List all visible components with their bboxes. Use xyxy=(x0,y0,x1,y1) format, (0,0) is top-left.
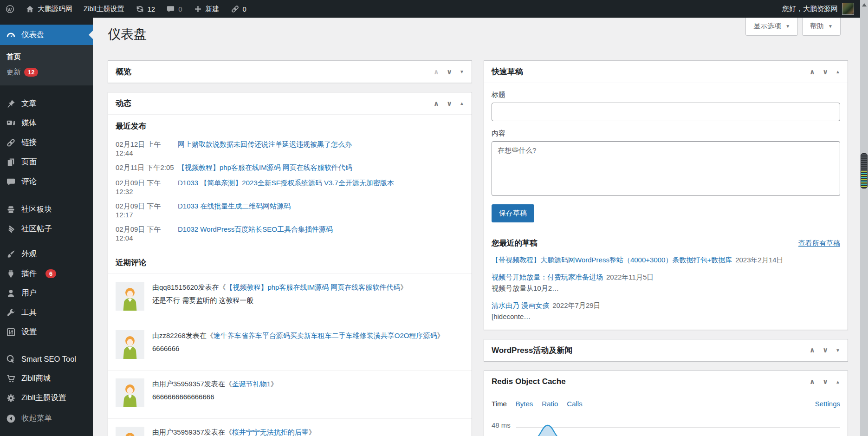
sidebar-subitem-home[interactable]: 首页 xyxy=(0,49,93,65)
post-link[interactable]: 网上赌取款说数据未回传还说注单延迟违规被黑了怎么办 xyxy=(178,140,352,157)
comment-bubble-icon xyxy=(166,5,175,13)
comment-item: 由qq81515620发表在《【视频教程】php客服在线IM源码 网页在线客服软… xyxy=(108,274,472,322)
post-row: 02月09日 下午12:32 D1033 【简单亲测】2023全新SF授权系统源… xyxy=(116,176,464,199)
toggle-panel-button[interactable]: ▼ xyxy=(836,348,840,353)
comment-meta: 由qq81515620发表在《【视频教程】php客服在线IM源码 网页在线客服软… xyxy=(152,282,407,293)
move-up-button[interactable]: ∧ xyxy=(810,68,815,76)
update-count: 12 xyxy=(148,5,155,13)
comments-icon xyxy=(6,177,16,187)
sidebar-item-tools[interactable]: 工具 xyxy=(0,303,93,322)
sidebar-subitem-updates[interactable]: 更新12 xyxy=(0,65,93,80)
comment-meta: 由zz82268发表在《途牛养车省养车平台源码买卖新车租车二手车维修装潢共享O2… xyxy=(152,330,444,341)
sidebar-item-users[interactable]: 用户 xyxy=(0,283,93,303)
broken-links-link[interactable]: 0 xyxy=(225,0,252,18)
comment-post-link[interactable]: 桜井宁宁无法抗拒的后辈 xyxy=(232,428,309,436)
post-row: 02月11日 下午2:05 【视频教程】php客服在线IM源码 网页在线客服软件… xyxy=(116,160,464,176)
dashboard-content: 显示选项 ▼ 帮助 ▼ 仪表盘 概览 ∧ ∨ ▼ xyxy=(93,18,860,436)
sidebar-item-appearance[interactable]: 外观 xyxy=(0,244,93,264)
chain-link-icon xyxy=(6,138,16,148)
post-link[interactable]: 【视频教程】php客服在线IM源码 网页在线客服软件代码 xyxy=(178,163,352,172)
toggle-panel-button[interactable]: ▲ xyxy=(460,101,464,106)
draft-content-textarea[interactable] xyxy=(492,141,840,196)
redis-tab-bytes[interactable]: Bytes xyxy=(516,400,533,408)
comment-count: 0 xyxy=(178,5,182,13)
panel-activity-title: 动态 xyxy=(116,98,131,109)
scrollbar-up-arrow-icon[interactable] xyxy=(862,3,867,7)
toggle-panel-button[interactable]: ▼ xyxy=(460,69,464,74)
sidebar-item-dashboard[interactable]: 仪表盘 xyxy=(0,25,93,45)
sidebar-item-smart-seo-tool[interactable]: Smart SEO Tool xyxy=(0,349,93,369)
move-down-button[interactable]: ∨ xyxy=(447,99,452,108)
sidebar-item-forum-sections[interactable]: 社区板块 xyxy=(0,200,93,219)
panel-redis-object-cache: Redis Object Cache ∧ ∨ ▲ Time Bytes Rati… xyxy=(484,371,848,436)
save-draft-button[interactable]: 保存草稿 xyxy=(492,204,534,222)
sidebar-item-links[interactable]: 链接 xyxy=(0,133,93,152)
move-up-button[interactable]: ∧ xyxy=(434,68,439,76)
sidebar-item-zibll-theme-settings[interactable]: Zibll主题设置 xyxy=(0,388,93,408)
move-up-button[interactable]: ∧ xyxy=(810,377,815,386)
wrench-icon xyxy=(6,308,16,318)
sidebar-item-plugins[interactable]: 插件 6 xyxy=(0,264,93,283)
toggle-panel-button[interactable]: ▲ xyxy=(836,69,840,74)
commenter-avatar xyxy=(116,330,144,359)
view-all-drafts-link[interactable]: 查看所有草稿 xyxy=(798,239,840,248)
sidebar-item-comments[interactable]: 评论 xyxy=(0,172,93,191)
help-button[interactable]: 帮助 ▼ xyxy=(802,18,841,36)
scrollbar-thumb[interactable] xyxy=(861,153,868,189)
redis-tab-time[interactable]: Time xyxy=(492,400,507,408)
sidebar-item-posts[interactable]: 文章 xyxy=(0,94,93,113)
post-link[interactable]: D1033 在线批量生成二维码网站源码 xyxy=(178,202,291,219)
draft-link[interactable]: 【带视频教程】大鹏源码网WordPress整站（4000+3000）条数据打包+… xyxy=(492,256,732,264)
draft-link[interactable]: 视频号开始放量：付费玩家准备进场 xyxy=(492,273,603,281)
new-content-link[interactable]: 新建 xyxy=(188,0,225,18)
home-icon xyxy=(26,5,34,13)
redis-tab-calls[interactable]: Calls xyxy=(567,400,582,408)
page-scrollbar[interactable] xyxy=(860,0,868,436)
sidebar-item-pages[interactable]: 页面 xyxy=(0,152,93,172)
draft-link[interactable]: 清水由乃 漫画女孩 xyxy=(492,301,549,309)
updates-badge: 12 xyxy=(24,68,38,77)
move-down-button[interactable]: ∨ xyxy=(823,68,828,76)
seo-target-cursor-icon xyxy=(6,354,16,364)
comment-post-link[interactable]: 圣诞节礼物1 xyxy=(232,380,271,388)
comment-post-link[interactable]: 【视频教程】php客服在线IM源码 网页在线客服软件代码 xyxy=(226,283,400,291)
move-down-button[interactable]: ∨ xyxy=(447,68,452,76)
update-icon xyxy=(136,5,144,13)
sidebar-item-forum-posts[interactable]: 社区帖子 xyxy=(0,219,93,239)
sidebar-item-media[interactable]: 媒体 xyxy=(0,113,93,133)
move-down-button[interactable]: ∨ xyxy=(823,377,828,386)
updates-link[interactable]: 12 xyxy=(130,0,161,18)
dashboard-gauge-icon xyxy=(6,30,16,40)
comment-content: 还是不行 需要监听的 这教程一般 xyxy=(152,296,407,305)
caret-down-icon: ▼ xyxy=(785,24,790,29)
site-name-link[interactable]: 大鹏源码网 xyxy=(20,0,78,18)
redis-latency-chart xyxy=(516,424,840,436)
screen-options-button[interactable]: 显示选项 ▼ xyxy=(745,18,798,36)
dashboard-column-left: 概览 ∧ ∨ ▼ 动态 ∧ ∨ ▲ xyxy=(108,60,472,436)
post-link[interactable]: D1033 【简单亲测】2023全新SF授权系统源码 V3.7全开源无加密版本 xyxy=(178,179,394,195)
post-link[interactable]: D1032 WordPress百度站长SEO工具合集插件源码 xyxy=(178,225,333,242)
caret-down-icon: ▼ xyxy=(828,24,833,29)
move-down-button[interactable]: ∨ xyxy=(823,346,828,354)
draft-title-input[interactable] xyxy=(492,103,840,121)
draft-date: 2022年7月29日 xyxy=(552,301,600,309)
sidebar-item-zibll-shop[interactable]: Zibll商城 xyxy=(0,369,93,388)
move-up-button[interactable]: ∧ xyxy=(810,346,815,354)
gear-icon xyxy=(6,393,16,403)
toggle-panel-button[interactable]: ▲ xyxy=(836,379,840,384)
sidebar-item-settings[interactable]: 设置 xyxy=(0,322,93,342)
move-up-button[interactable]: ∧ xyxy=(434,99,439,108)
wordpress-logo-menu[interactable] xyxy=(0,0,20,18)
account-menu[interactable]: 您好，大鹏资源网 xyxy=(782,0,868,18)
post-date: 02月09日 下午12:17 xyxy=(116,202,178,219)
collapse-menu-button[interactable]: 收起菜单 xyxy=(0,409,93,428)
plug-icon xyxy=(6,269,16,279)
redis-settings-link[interactable]: Settings xyxy=(815,400,840,408)
recent-posts-list: 02月12日 上午12:44 网上赌取款说数据未回传还说注单延迟违规被黑了怎么办… xyxy=(108,136,472,251)
greeting-label: 您好，大鹏资源网 xyxy=(782,5,838,13)
comments-link[interactable]: 0 xyxy=(161,0,188,18)
commenter-avatar xyxy=(116,427,144,436)
comment-post-link[interactable]: 途牛养车省养车平台源码买卖新车租车二手车维修装潢共享O2O程序源码 xyxy=(214,332,437,339)
redis-tab-ratio[interactable]: Ratio xyxy=(542,400,558,408)
zibll-theme-settings-link[interactable]: Zibll主题设置 xyxy=(78,0,130,18)
